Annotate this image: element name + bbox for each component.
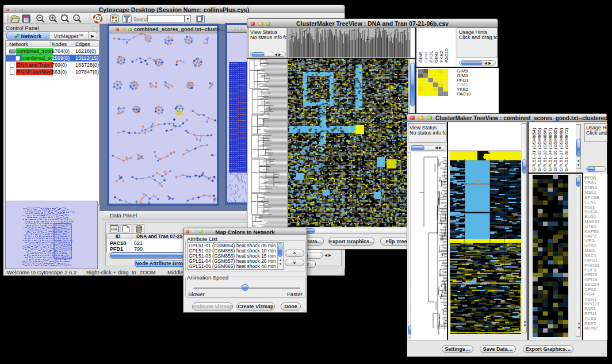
svg-text:1:1: 1:1 (75, 17, 79, 20)
